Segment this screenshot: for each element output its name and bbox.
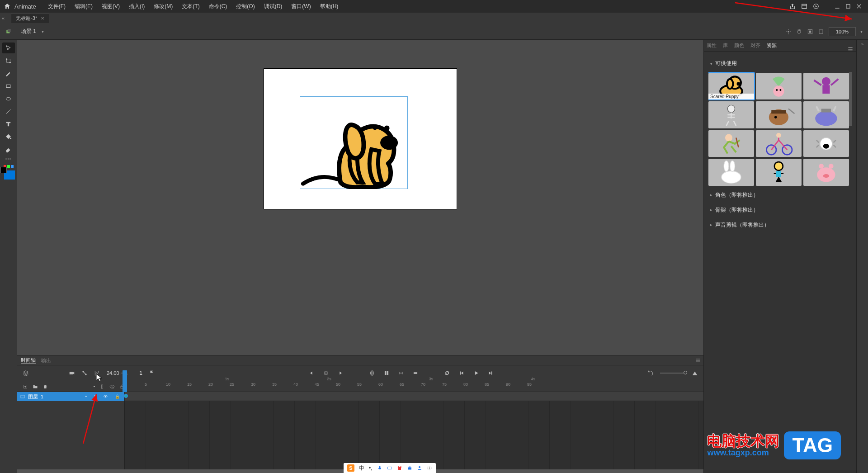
new-layer-icon[interactable] [23, 384, 28, 389]
asset-item-stick-kid[interactable] [756, 159, 802, 185]
current-frame[interactable]: 1 [139, 370, 142, 376]
menu-file[interactable]: 文件(F) [43, 3, 70, 10]
play-icon[interactable] [473, 370, 479, 376]
asset-item-pink-pig[interactable] [803, 159, 849, 185]
paint-bucket-tool[interactable] [2, 131, 15, 142]
create-tween-icon[interactable] [412, 370, 419, 376]
close-icon[interactable]: ✕ [41, 16, 44, 21]
panel-options-icon[interactable] [695, 358, 701, 363]
edit-multiple-icon[interactable] [383, 370, 390, 376]
window-close-button[interactable] [854, 2, 864, 11]
menu-edit[interactable]: 编辑(E) [70, 3, 97, 10]
selection-tool[interactable] [2, 43, 15, 53]
section-roles[interactable]: ▸ 角色（即将推出） [708, 188, 852, 203]
ime-keyboard-icon[interactable] [387, 465, 392, 471]
menu-modify[interactable]: 修改(M) [149, 3, 177, 10]
menu-view[interactable]: 视图(V) [97, 3, 124, 10]
stage[interactable] [264, 69, 457, 209]
prev-kf-icon[interactable] [308, 370, 315, 376]
menu-help[interactable]: 帮助(H) [316, 3, 343, 10]
menu-commands[interactable]: 命令(C) [204, 3, 232, 10]
ime-toolbox-icon[interactable] [407, 465, 412, 471]
ime-person-icon[interactable] [417, 465, 422, 471]
ime-punctuation-icon[interactable]: •, [369, 465, 373, 471]
asset-item-scared-puppy[interactable]: Scared Puppy [708, 73, 754, 99]
timeline-ruler[interactable]: 51015202530354045505560657075808590951s2… [125, 381, 703, 392]
step-forward-icon[interactable] [487, 370, 494, 376]
scene-cards-icon[interactable] [5, 28, 12, 35]
frame-span-icon[interactable] [398, 370, 404, 376]
menu-debug[interactable]: 调试(D) [259, 3, 287, 10]
ime-logo[interactable]: S [347, 464, 354, 472]
ime-shirt-icon[interactable] [397, 465, 402, 471]
tab-color[interactable]: 颜色 [734, 42, 744, 49]
brush-tool[interactable] [2, 68, 15, 79]
free-transform-tool[interactable] [2, 55, 15, 66]
asset-item-pirate-potato[interactable] [756, 101, 802, 128]
layer-visibility-icon[interactable]: 👁 [104, 394, 108, 399]
layer-name[interactable]: 图层_1 [28, 393, 43, 400]
document-tab[interactable]: 无标题-3* ✕ [11, 13, 49, 23]
center-stage-icon[interactable] [785, 28, 792, 35]
section-audio[interactable]: ▸ 声音剪辑（即将推出） [708, 218, 852, 232]
tab-align[interactable]: 对齐 [750, 42, 760, 49]
timeline-frames-area[interactable] [125, 392, 703, 469]
oval-tool[interactable] [2, 93, 15, 104]
layers-icon[interactable] [23, 370, 29, 376]
asset-item-bunny[interactable] [708, 159, 754, 185]
step-back-icon[interactable] [458, 370, 465, 376]
graph-icon[interactable] [94, 370, 100, 376]
ime-mic-icon[interactable] [377, 465, 382, 471]
share-icon[interactable] [789, 3, 796, 9]
stroke-fill-swatches[interactable] [3, 170, 14, 179]
trash-icon[interactable] [42, 384, 48, 389]
tab-library[interactable]: 库 [723, 42, 728, 49]
asset-grid-scrollbar[interactable] [849, 71, 852, 188]
menu-window[interactable]: 窗口(W) [287, 3, 315, 10]
next-kf-icon[interactable] [337, 370, 344, 376]
panel-expand-icon[interactable]: » [861, 42, 864, 47]
asset-item-grandpa-run[interactable] [708, 130, 754, 157]
menu-text[interactable]: 文本(T) [177, 3, 204, 10]
tabs-collapse-icon[interactable]: « [2, 15, 5, 21]
ime-lang-label[interactable]: 中 [359, 464, 364, 472]
section-rigs[interactable]: ▸ 骨架（即将推出） [708, 203, 852, 218]
marker-flag-icon[interactable] [149, 370, 155, 376]
fps-value[interactable]: 24.00 [107, 370, 119, 376]
window-minimize-button[interactable] [832, 2, 843, 11]
frame-view-header-icon[interactable] [99, 384, 105, 389]
visibility-header-icon[interactable] [109, 384, 115, 389]
highlight-dot-header[interactable]: • [94, 384, 95, 389]
asset-item-shout[interactable] [803, 130, 849, 157]
asset-item-girl-bike[interactable] [756, 130, 802, 157]
menu-insert[interactable]: 插入(I) [124, 3, 149, 10]
tab-properties[interactable]: 属性 [707, 42, 717, 49]
playhead[interactable] [123, 370, 127, 392]
scene-name[interactable]: 场景 1 [21, 28, 36, 35]
clip-content-icon[interactable] [807, 28, 813, 35]
zoom-input[interactable] [829, 27, 856, 36]
layer-row[interactable]: 图层_1 • ▯ 👁 🔒 [17, 392, 124, 401]
window-maximize-button[interactable] [843, 2, 854, 11]
menu-control[interactable]: 控制(O) [231, 3, 259, 10]
asset-item-ninja[interactable] [803, 73, 849, 99]
fit-zoom-icon[interactable] [692, 370, 698, 376]
layout-icon[interactable] [801, 3, 807, 9]
layer-frame-view[interactable]: ▯ [94, 394, 96, 399]
layer-highlight-dot[interactable]: • [85, 394, 87, 399]
undo-zoom-icon[interactable] [647, 370, 654, 376]
insert-keyframe-icon[interactable] [323, 370, 329, 376]
tab-output[interactable]: 输出 [41, 357, 51, 364]
layer-lock-icon[interactable]: 🔒 [115, 394, 120, 399]
play-round-icon[interactable] [813, 3, 819, 9]
stage-object-puppy[interactable] [300, 96, 408, 189]
rectangle-tool[interactable] [2, 80, 15, 91]
hand-tool-icon[interactable] [796, 28, 802, 35]
onion-skin-icon[interactable] [369, 370, 375, 376]
tab-timeline[interactable]: 时间轴 [21, 357, 36, 364]
zoom-slider[interactable] [660, 373, 685, 374]
layer-parent-icon[interactable] [81, 370, 88, 376]
asset-item-skeleton[interactable] [708, 101, 754, 128]
tab-assets[interactable]: 资源 [767, 42, 777, 49]
chevron-down-icon[interactable]: ▾ [42, 29, 44, 34]
